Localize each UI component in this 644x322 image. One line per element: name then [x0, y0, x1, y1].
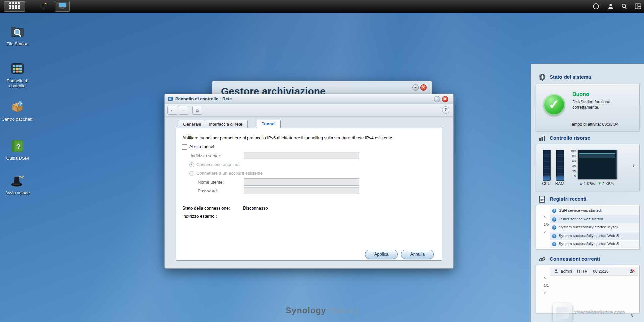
uptime-text: Tempo di attività: 00:33:04	[570, 122, 619, 127]
connection-row[interactable]: admin HTTP 00:25:26	[550, 267, 638, 276]
minimize-button[interactable]: –	[434, 96, 440, 102]
enable-tunnel-checkbox[interactable]	[182, 144, 187, 150]
log-row[interactable]: iSystem successfully started Mysql...	[550, 223, 639, 232]
desktop-icon-control-panel[interactable]: Pannello di controllo	[0, 61, 35, 88]
quick-start-icon	[10, 173, 25, 188]
close-icon: ✕	[444, 97, 447, 101]
connections-title: Connessioni correnti	[550, 256, 600, 262]
taskbar-app-quick-start[interactable]	[38, 1, 50, 11]
chain-link-icon	[538, 256, 546, 264]
desktop-icon-quick-start[interactable]: Avvio veloce	[0, 173, 35, 195]
password-input	[244, 187, 359, 194]
recent-logs-title: Registri recenti	[550, 196, 586, 202]
cpu-meter	[543, 150, 551, 181]
tab-generale[interactable]: Generale	[178, 120, 206, 128]
package-center-icon	[10, 99, 25, 114]
system-status-header: Stato del sistema	[531, 74, 644, 81]
tab-label: Generale	[183, 122, 201, 127]
widget-sidebar: Stato del sistema ✓ Buono DiskStation fu…	[531, 64, 644, 322]
axis-tick: 0	[567, 174, 576, 179]
resource-monitor-header: Controllo risorse	[531, 135, 644, 142]
kick-user-icon[interactable]	[629, 269, 635, 275]
desktop-icon-file-station[interactable]: File Station	[0, 24, 35, 46]
axis-tick: 40	[567, 164, 576, 169]
cancel-button[interactable]: Annulla	[401, 250, 434, 259]
close-icon: ✕	[422, 85, 425, 89]
control-panel-window-icon	[168, 96, 173, 103]
tunnel-panel: Abilitare tunnel per permettere al proto…	[176, 128, 442, 261]
log-document-icon	[539, 196, 545, 204]
username-label: Nome utente:	[198, 180, 224, 185]
apply-button[interactable]: Applica	[365, 250, 398, 259]
connections-page-indicator: 1/1	[541, 283, 551, 287]
close-button[interactable]: ✕	[420, 84, 427, 91]
help-icon: ?	[444, 107, 447, 112]
server-address-label: Indirizzo server:	[191, 153, 221, 158]
expand-chevron-icon[interactable]: ›	[633, 162, 635, 169]
status-description: DiskStation funziona correttamente.	[572, 99, 633, 110]
magician-hat-icon	[40, 2, 48, 10]
minimize-icon: –	[414, 85, 416, 89]
dialog-title: Pannello di controllo - Rete	[175, 94, 232, 104]
logs-page-up-icon[interactable]: ∧	[543, 215, 546, 218]
home-button[interactable]: ⌂	[192, 106, 202, 115]
desktop-icon-dsm-help[interactable]: ? Guida DSM	[0, 138, 35, 161]
log-row[interactable]: iSystem successfully started Web S...	[550, 232, 639, 240]
tab-tunnel[interactable]: Tunnel	[257, 120, 281, 128]
connection-status-label: Stato della connessione:	[182, 205, 230, 211]
connections-header: Connessioni correnti	[531, 256, 644, 263]
username-input	[244, 178, 359, 186]
password-label: Password:	[198, 188, 218, 193]
desktop-icon-label: Avvio veloce	[0, 190, 35, 195]
download-arrow-icon: ▼	[598, 181, 601, 185]
info-badge-icon: i	[552, 209, 556, 213]
anonymous-connection-label: Connessione anonima	[196, 162, 239, 167]
search-icon[interactable]	[620, 2, 628, 10]
desktop-icon-label: Pannello di controllo	[0, 78, 35, 88]
minimize-button[interactable]: –	[412, 84, 419, 91]
monitor-icon	[58, 2, 67, 11]
help-button[interactable]: ?	[442, 106, 449, 114]
tab-interfaccia-di-rete[interactable]: Interfaccia di rete	[204, 120, 248, 128]
taskbar-app-storage-manager[interactable]	[55, 1, 70, 12]
sidebar-scroll-down-icon[interactable]: ∨	[630, 312, 634, 318]
brand-text: Synology	[286, 306, 326, 315]
log-text: System successfully started Mysql...	[559, 225, 621, 229]
dialog-control-panel-network: Pannello di controllo - Rete – ✕ ← → ⌂ ?…	[164, 94, 454, 269]
desktop-icon-label: Guida DSM	[0, 156, 35, 161]
status-ok-icon: ✓	[543, 94, 565, 116]
server-address-input	[244, 152, 359, 159]
dialog-titlebar[interactable]: Pannello di controllo - Rete – ✕	[165, 94, 453, 104]
desktop-icon-label: Centro pacchetti	[0, 117, 35, 122]
axis-tick: 80	[567, 153, 576, 158]
existing-account-radio	[189, 171, 194, 176]
log-text: System successfully started Web S...	[559, 242, 622, 246]
user-icon[interactable]	[607, 2, 615, 10]
log-row[interactable]: iSystem successfully started Web S...	[550, 240, 639, 248]
connections-page-down-icon[interactable]: ∨	[543, 291, 546, 294]
anonymous-connection-radio	[189, 162, 194, 167]
connections-page-up-icon[interactable]: ∧	[543, 276, 546, 279]
pilot-view-icon[interactable]	[634, 2, 642, 10]
info-icon[interactable]	[592, 2, 600, 10]
site-watermark-logo	[553, 303, 572, 322]
site-watermark-text: xtremehardware.com	[574, 309, 625, 315]
axis-tick: 20	[567, 169, 576, 174]
graph-axis: 100 80 60 40 20 0	[567, 148, 576, 179]
log-row[interactable]: iTelnet service was started.	[550, 215, 639, 223]
desktop-icon-package-center[interactable]: Centro pacchetti	[0, 99, 35, 122]
tunnel-description: Abilitare tunnel per permettere al proto…	[182, 135, 437, 140]
tab-label: Interfaccia di rete	[209, 122, 243, 127]
back-button[interactable]: ←	[167, 106, 177, 115]
dialog-toolbar: ← → ⌂ ?	[165, 104, 453, 117]
main-menu-button[interactable]	[4, 1, 25, 12]
cpu-label: CPU	[542, 181, 551, 186]
close-button[interactable]: ✕	[442, 96, 448, 102]
log-row[interactable]: iSSH service was started.	[550, 206, 639, 215]
logs-page-down-icon[interactable]: ∨	[543, 230, 546, 234]
recent-logs-box: ∧ 1/5 ∨ iSSH service was started. iTelne…	[536, 205, 640, 249]
upload-arrow-icon: ▲	[579, 181, 583, 185]
log-text: SSH service was started.	[559, 208, 602, 212]
cancel-button-label: Annulla	[410, 251, 425, 257]
system-status-box: ✓ Buono DiskStation funziona correttamen…	[536, 84, 640, 131]
